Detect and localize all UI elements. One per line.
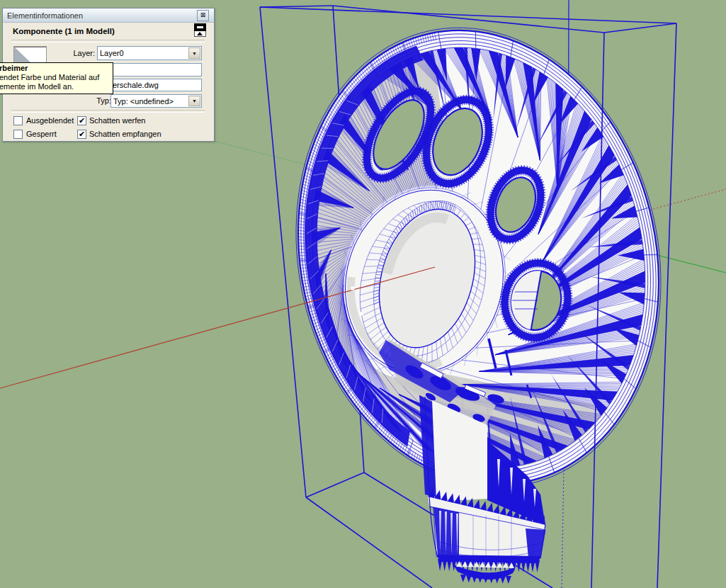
tooltip-line: emente im Modell an. bbox=[0, 82, 113, 91]
checkbox-schatten-werfen[interactable]: ✔ bbox=[77, 116, 86, 125]
checkbox-label: Gesperrt bbox=[26, 130, 57, 138]
layer-value: Layer0 bbox=[98, 49, 124, 57]
tooltip-title: rbeimer bbox=[0, 64, 113, 73]
checkbox-ausgeblendet[interactable] bbox=[13, 116, 23, 125]
chevron-down-icon[interactable]: ▼ bbox=[188, 96, 200, 106]
name-field[interactable] bbox=[109, 63, 202, 77]
tooltip: rbeimer endet Farbe und Material auf eme… bbox=[0, 62, 113, 94]
definition-field[interactable]: erschale.dwg bbox=[109, 79, 202, 91]
typ-label: Typ: bbox=[79, 96, 111, 105]
checkbox-label: Schatten werfen bbox=[89, 116, 146, 125]
dialog-titlebar[interactable]: Elementinformationen bbox=[3, 9, 214, 23]
definition-value: erschale.dwg bbox=[110, 81, 159, 89]
typ-combobox[interactable]: Typ: <undefined> ▼ bbox=[110, 94, 202, 108]
close-icon[interactable]: ⊠ bbox=[197, 10, 209, 21]
separator bbox=[11, 40, 205, 43]
application-window: Elementinformationen ⊠ Komponente (1 im … bbox=[0, 0, 726, 588]
typ-value: Typ: <undefined> bbox=[111, 97, 174, 106]
separator bbox=[11, 110, 205, 113]
checkbox-schatten-empfangen[interactable]: ✔ bbox=[77, 130, 86, 139]
checkbox-label: Schatten empfangen bbox=[89, 130, 161, 138]
checkbox-label: Ausgeblendet bbox=[26, 116, 74, 125]
chevron-down-icon[interactable]: ▼ bbox=[188, 47, 200, 59]
toggle-details-icon[interactable] bbox=[194, 23, 206, 36]
component-header: Komponente (1 im Modell) bbox=[13, 27, 115, 35]
checkbox-gesperrt[interactable] bbox=[13, 130, 23, 139]
layer-combobox[interactable]: Layer0 ▼ bbox=[97, 46, 202, 60]
dialog-title: Elementinformationen bbox=[3, 11, 83, 20]
tooltip-line: endet Farbe und Material auf bbox=[0, 73, 113, 82]
layer-label: Layer: bbox=[45, 49, 95, 57]
